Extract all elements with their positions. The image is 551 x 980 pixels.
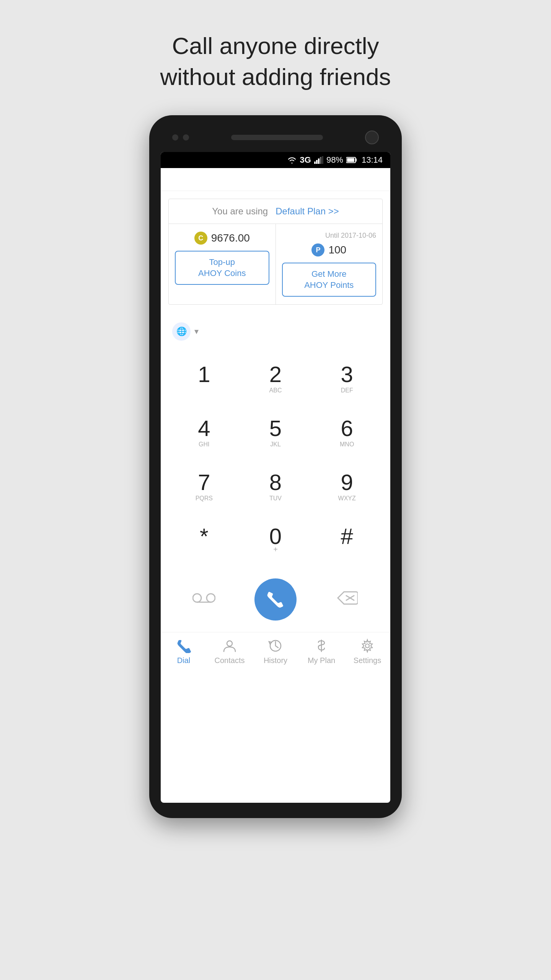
coins-balance-row: C 9676.00 xyxy=(175,232,269,245)
battery-icon xyxy=(346,157,357,163)
dialpad-grid: 1 2ABC 3DEF 4GHI 5JKL 6MNO 7PQRS 8TUV 9W… xyxy=(168,351,383,568)
bottom-nav: Dial Contacts History xyxy=(161,632,390,673)
svg-rect-0 xyxy=(314,162,316,164)
sensor-dot-2 xyxy=(183,134,189,140)
myplan-nav-icon xyxy=(314,639,329,653)
plan-banner: You are using Default Plan >> C 9676.00 … xyxy=(168,199,383,305)
settings-nav-icon xyxy=(360,639,375,653)
more-points-line1: Get More xyxy=(311,269,347,279)
svg-rect-6 xyxy=(355,158,357,162)
phone-top-hardware xyxy=(161,127,390,152)
tagline: Call anyone directly without adding frie… xyxy=(160,31,391,92)
dial-key-1[interactable]: 1 xyxy=(168,351,240,405)
svg-point-16 xyxy=(365,644,369,648)
plan-link[interactable]: Default Plan >> xyxy=(276,206,339,216)
nav-item-contacts[interactable]: Contacts xyxy=(207,639,253,665)
sensor-dot-1 xyxy=(172,134,178,140)
dial-key-8[interactable]: 8TUV xyxy=(240,459,311,513)
svg-rect-3 xyxy=(320,157,321,164)
phone-screen: 3G 98% 13:14 xyxy=(161,152,390,803)
coins-cell: C 9676.00 Top-up AHOY Coins xyxy=(169,224,276,304)
dial-key-star[interactable]: * xyxy=(168,513,240,568)
svg-point-13 xyxy=(227,641,232,646)
contacts-nav-icon xyxy=(222,639,237,653)
dial-key-3[interactable]: 3DEF xyxy=(311,351,383,405)
status-icons: 3G 98% 13:14 xyxy=(287,155,383,165)
phone-call-icon xyxy=(266,590,285,609)
phone-sensors xyxy=(172,134,189,140)
network-label: 3G xyxy=(300,155,311,165)
nav-item-history[interactable]: History xyxy=(253,639,298,665)
chevron-down-icon: ▾ xyxy=(194,327,199,336)
dial-key-2[interactable]: 2ABC xyxy=(240,351,311,405)
svg-point-8 xyxy=(193,594,201,602)
contacts-nav-label: Contacts xyxy=(215,656,245,665)
topup-line1: Top-up xyxy=(209,257,235,267)
battery-label: 98% xyxy=(326,155,343,165)
dial-nav-label: Dial xyxy=(177,656,190,665)
call-button[interactable] xyxy=(254,578,297,621)
dialer-area: 🌐 ▾ 1 2ABC 3DEF 4GHI 5JKL 6MNO 7PQRS 8TU… xyxy=(161,312,390,632)
wifi-icon xyxy=(287,156,297,164)
plan-details-row: C 9676.00 Top-up AHOY Coins Until 2017-1… xyxy=(169,224,382,304)
voicemail-button[interactable] xyxy=(168,591,240,608)
points-amount: 100 xyxy=(328,244,346,256)
dial-key-hash[interactable]: # xyxy=(311,513,383,568)
voicemail-icon xyxy=(192,591,215,605)
svg-rect-4 xyxy=(322,156,323,164)
coins-amount: 9676.00 xyxy=(211,232,250,244)
status-bar: 3G 98% 13:14 xyxy=(161,152,390,168)
plan-title-row: You are using Default Plan >> xyxy=(169,199,382,224)
settings-nav-label: Settings xyxy=(354,656,381,665)
dial-key-0[interactable]: 0+ xyxy=(240,513,311,568)
until-text: Until 2017-10-06 xyxy=(282,232,377,240)
svg-point-9 xyxy=(207,594,215,602)
topup-line2: AHOY Coins xyxy=(198,268,246,278)
nav-item-dial[interactable]: Dial xyxy=(161,639,207,665)
nav-item-myplan[interactable]: My Plan xyxy=(298,639,344,665)
topup-coins-button[interactable]: Top-up AHOY Coins xyxy=(175,251,269,285)
phone-frame: 3G 98% 13:14 xyxy=(149,115,402,818)
points-icon: P xyxy=(311,243,324,256)
dial-key-7[interactable]: 7PQRS xyxy=(168,459,240,513)
points-balance-row: P 100 xyxy=(282,243,377,256)
nav-item-settings[interactable]: Settings xyxy=(344,639,390,665)
history-nav-icon xyxy=(268,639,283,653)
phone-speaker xyxy=(231,135,323,140)
get-more-points-button[interactable]: Get More AHOY Points xyxy=(282,263,377,297)
myplan-nav-label: My Plan xyxy=(308,656,335,665)
svg-rect-1 xyxy=(316,160,318,164)
dial-nav-icon xyxy=(176,639,191,653)
dial-key-5[interactable]: 5JKL xyxy=(240,405,311,459)
dial-key-4[interactable]: 4GHI xyxy=(168,405,240,459)
dial-key-9[interactable]: 9WXYZ xyxy=(311,459,383,513)
svg-rect-7 xyxy=(347,158,354,162)
coins-icon: C xyxy=(194,232,207,245)
time-label: 13:14 xyxy=(362,155,383,165)
app-header xyxy=(161,168,390,191)
svg-rect-2 xyxy=(318,158,320,164)
backspace-icon xyxy=(336,590,358,606)
more-points-line2: AHOY Points xyxy=(304,280,354,290)
points-cell: Until 2017-10-06 P 100 Get More AHOY Poi… xyxy=(276,224,383,304)
backspace-button[interactable] xyxy=(311,590,383,609)
dial-key-6[interactable]: 6MNO xyxy=(311,405,383,459)
signal-icon xyxy=(314,156,323,164)
front-camera xyxy=(365,131,379,144)
plan-label: You are using xyxy=(212,206,268,216)
country-selector[interactable]: 🌐 ▾ xyxy=(168,316,383,347)
country-flag-icon: 🌐 xyxy=(172,322,191,341)
dial-actions xyxy=(168,575,383,624)
history-nav-label: History xyxy=(264,656,287,665)
